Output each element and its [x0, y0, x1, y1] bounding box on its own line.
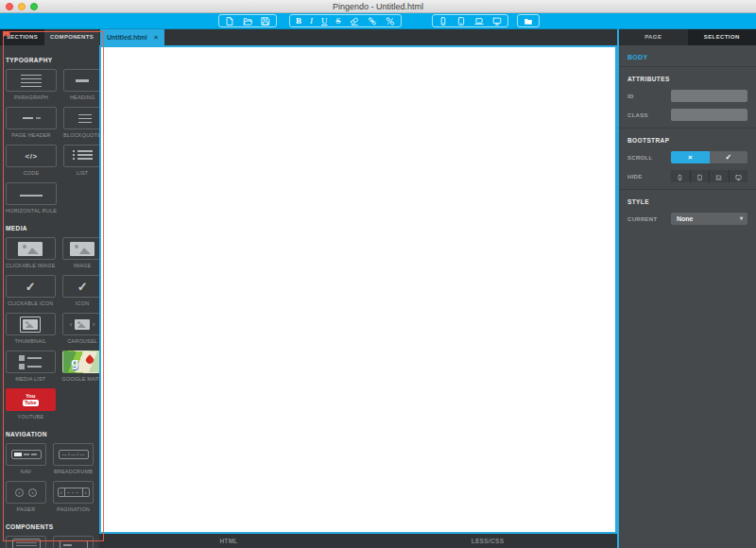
hide-laptop-button[interactable] [710, 170, 729, 182]
section-title: ATTRIBUTES [627, 76, 747, 82]
component-thumbnail[interactable]: THUMBNAIL [6, 313, 56, 344]
component-paragraph[interactable]: PARAGRAPH [6, 69, 57, 100]
strikethrough-button[interactable]: S [336, 15, 341, 26]
component-horizontal-rule[interactable]: HORIZONTAL RULE [6, 182, 57, 214]
page-header-icon [6, 107, 57, 129]
component-code[interactable]: </>CODE [6, 145, 57, 176]
component-label: PARAGRAPH [6, 94, 57, 100]
image-icon [6, 237, 56, 260]
check-icon: ✓ [62, 275, 99, 298]
laptop-icon [715, 170, 722, 182]
phone-button[interactable] [438, 15, 448, 26]
inspector-row-scroll: SCROLL×✓ [627, 151, 747, 163]
inspector-row-current: CURRENTNone▾ [627, 213, 747, 225]
hide-device-buttons [671, 170, 747, 182]
component-pager[interactable]: ‹›PAGER [6, 481, 46, 512]
inspector-section-bootstrap: BOOTSTRAPSCROLL×✓HIDE [619, 128, 756, 182]
inspector-panel: PAGESELECTION BODYATTRIBUTESIDCLASSBOOTS… [617, 29, 756, 548]
eraser-button[interactable] [350, 15, 359, 26]
hide-tablet-button[interactable] [691, 170, 710, 182]
editor-center: Untitled.html× HTMLLESS/CSS [99, 29, 617, 548]
bold-button[interactable]: B [296, 15, 301, 26]
component-clickable-image[interactable]: CLICKABLE IMAGE [6, 237, 56, 268]
inspector-tab-selection[interactable]: SELECTION [688, 29, 756, 45]
palette-group-title: TYPOGRAPHY [6, 57, 99, 63]
heading-icon [63, 69, 99, 92]
inspector-row-class: CLASS [627, 109, 747, 121]
inspector-body: BODYATTRIBUTESIDCLASSBOOTSTRAPSCROLL×✓HI… [619, 45, 756, 238]
bottom-tab-html[interactable]: HTML [99, 534, 358, 548]
laptop-button[interactable] [474, 15, 484, 26]
close-icon[interactable]: × [154, 34, 159, 42]
inspector-section-style: STYLECURRENTNone▾ [619, 189, 756, 225]
hide-phone-button[interactable] [671, 170, 690, 182]
selection-breadcrumb-body[interactable]: BODY [627, 54, 747, 60]
design-canvas[interactable] [99, 45, 617, 534]
desktop-button[interactable] [492, 15, 502, 26]
component-label: CAROUSEL [62, 338, 99, 344]
component-page-header[interactable]: PAGE HEADER [6, 107, 57, 138]
unlink-icon [386, 16, 395, 26]
tablet-icon [456, 16, 466, 26]
field-label: HIDE [627, 174, 671, 180]
component-breadcrumb[interactable]: — / — / —BREADCRUMB [53, 443, 94, 474]
palette-grid-media: CLICKABLE IMAGEIMAGE✓CLICKABLE ICON✓ICON… [0, 237, 99, 420]
palette-grid-components: LIST GROUPPANEL [0, 536, 99, 548]
sidebar-tab-sections[interactable]: SECTIONS [0, 29, 44, 45]
component-blockquote[interactable]: BLOCKQUOTE [63, 107, 99, 138]
unlink-button[interactable] [386, 15, 395, 26]
component-pagination[interactable]: ‹• • •›PAGINATION [53, 481, 94, 512]
component-media-list[interactable]: MEDIA LIST [6, 351, 56, 382]
component-panel[interactable]: PANEL [53, 536, 94, 548]
palette-group-title: MEDIA [6, 225, 99, 231]
media-list-icon [6, 351, 56, 373]
bold-icon: B [296, 15, 301, 26]
component-carousel[interactable]: ‹›CAROUSEL [62, 313, 99, 344]
component-list-group[interactable]: LIST GROUP [6, 536, 46, 548]
folder-button[interactable] [524, 15, 533, 26]
id-input[interactable] [671, 90, 747, 102]
zoom-window-button[interactable] [30, 3, 38, 10]
list-icon [63, 145, 99, 167]
component-image[interactable]: IMAGE [62, 237, 99, 268]
scroll-on-button[interactable]: ✓ [710, 151, 748, 163]
check-icon: ✓ [6, 275, 56, 298]
open-folder-button[interactable] [243, 15, 252, 26]
component-clickable-icon[interactable]: ✓CLICKABLE ICON [6, 275, 56, 306]
field-label: SCROLL [627, 155, 671, 161]
component-youtube[interactable]: YouTubeYOUTUBE [6, 388, 56, 420]
link-button[interactable] [368, 15, 377, 26]
save-button[interactable] [261, 15, 270, 26]
underline-button[interactable]: U [321, 15, 328, 26]
component-label: YOUTUBE [6, 414, 56, 420]
component-nav[interactable]: NAV [6, 443, 46, 474]
field-label: ID [627, 94, 671, 99]
google-maps-icon: g [62, 351, 99, 373]
component-icon[interactable]: ✓ICON [62, 275, 99, 306]
italic-button[interactable]: I [310, 15, 313, 26]
panel-icon [53, 536, 94, 548]
component-label: CLICKABLE IMAGE [6, 263, 56, 268]
component-label: NAV [6, 469, 46, 474]
hide-desktop-button[interactable] [730, 170, 748, 182]
bottom-tab-less-css[interactable]: LESS/CSS [358, 534, 617, 548]
inspector-tab-page[interactable]: PAGE [619, 29, 688, 45]
minimize-window-button[interactable] [18, 3, 26, 10]
close-window-button[interactable] [6, 3, 13, 10]
sidebar-tab-components[interactable]: COMPONENTS [44, 29, 99, 45]
tab-untitled-html[interactable]: Untitled.html× [100, 29, 164, 45]
class-input[interactable] [671, 109, 747, 121]
tablet-button[interactable] [456, 15, 466, 26]
component-label: PAGINATION [53, 506, 94, 512]
scroll-off-button[interactable]: × [671, 151, 710, 163]
new-file-button[interactable] [225, 15, 234, 26]
palette-grid-typography: PARAGRAPHHEADINGPAGE HEADERBLOCKQUOTE</>… [0, 69, 99, 214]
components-sidebar: SECTIONSCOMPONENTS TYPOGRAPHYPARAGRAPHHE… [0, 29, 99, 548]
component-google-maps[interactable]: gGOOGLE MAPS [62, 351, 99, 382]
selected-value: None [677, 215, 694, 222]
section-title: STYLE [627, 198, 747, 205]
component-heading[interactable]: HEADING [63, 69, 99, 100]
chevron-down-icon: ▾ [740, 213, 743, 225]
component-list[interactable]: LIST [63, 145, 99, 176]
current-style-select[interactable]: None▾ [671, 213, 747, 225]
